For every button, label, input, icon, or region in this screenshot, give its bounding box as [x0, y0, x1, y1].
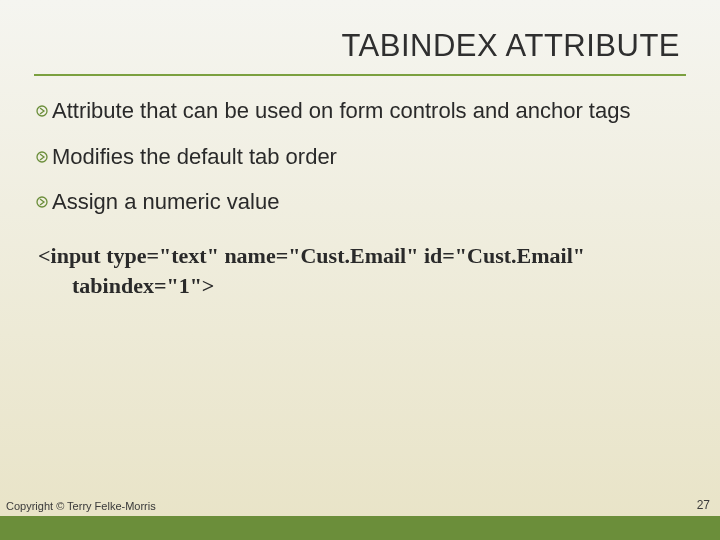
bullet-item: Assign a numeric value [36, 187, 666, 217]
slide: TABINDEX ATTRIBUTE Attribute that can be… [0, 0, 720, 540]
bullet-text: Assign a numeric value [52, 187, 666, 217]
svg-point-0 [37, 106, 47, 116]
footer-bar [0, 516, 720, 540]
bullet-text: Modifies the default tab order [52, 142, 666, 172]
bullet-arrow-icon [36, 105, 48, 117]
code-example: <input type="text" name="Cust.Email" id=… [36, 241, 666, 300]
content-area: Attribute that can be used on form contr… [34, 96, 686, 300]
title-separator [34, 74, 686, 76]
code-line: <input type="text" name="Cust.Email" id=… [38, 241, 666, 271]
bullet-arrow-icon [36, 151, 48, 163]
svg-point-2 [37, 197, 47, 207]
bullet-text: Attribute that can be used on form contr… [52, 96, 666, 126]
bullet-arrow-icon [36, 196, 48, 208]
copyright-text: Copyright © Terry Felke-Morris [6, 500, 156, 512]
page-number: 27 [697, 498, 710, 512]
slide-title: TABINDEX ATTRIBUTE [34, 28, 680, 64]
code-line: tabindex="1"> [38, 271, 666, 301]
svg-point-1 [37, 152, 47, 162]
bullet-item: Attribute that can be used on form contr… [36, 96, 666, 126]
bullet-item: Modifies the default tab order [36, 142, 666, 172]
